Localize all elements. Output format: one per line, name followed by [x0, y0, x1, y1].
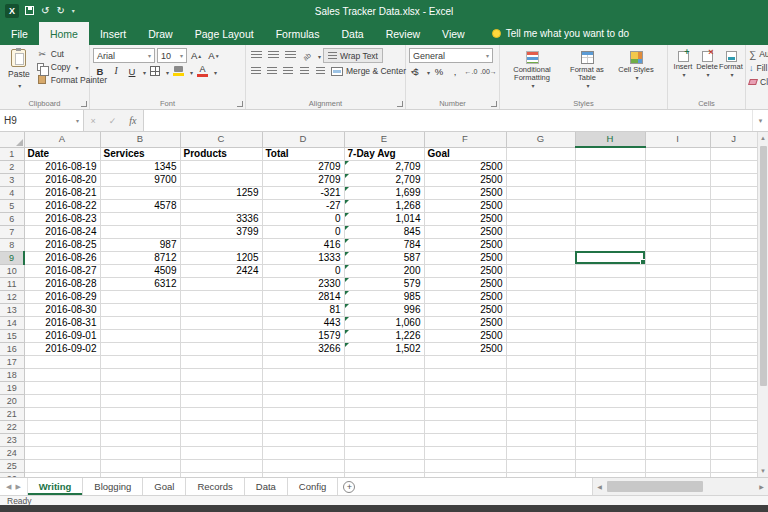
cell-E26[interactable] — [344, 472, 424, 477]
insert-cells-button[interactable]: Insert — [671, 47, 695, 97]
row-header-21[interactable]: 21 — [0, 407, 24, 420]
cell-A7[interactable]: 2016-08-24 — [24, 225, 100, 238]
cell-D4[interactable]: -321 — [262, 186, 344, 199]
horizontal-scroll-thumb[interactable] — [607, 481, 703, 492]
cell-A2[interactable]: 2016-08-19 — [24, 160, 100, 173]
cell-A13[interactable]: 2016-08-30 — [24, 303, 100, 316]
currency-format-button[interactable]: $ — [409, 64, 423, 78]
font-color-button[interactable]: A — [195, 64, 210, 78]
cell-H16[interactable] — [575, 342, 645, 355]
font-color-dropdown-icon[interactable] — [212, 66, 217, 77]
cell-G6[interactable] — [506, 212, 575, 225]
conditional-formatting-button[interactable]: Conditional Formatting — [503, 47, 561, 97]
row-header-20[interactable]: 20 — [0, 394, 24, 407]
cell-B6[interactable] — [100, 212, 180, 225]
cell-C21[interactable] — [180, 407, 262, 420]
cell-H24[interactable] — [575, 446, 645, 459]
cell-G15[interactable] — [506, 329, 575, 342]
tab-file[interactable]: File — [0, 22, 39, 45]
cell-H4[interactable] — [575, 186, 645, 199]
cell-D23[interactable] — [262, 433, 344, 446]
cell-I15[interactable] — [645, 329, 710, 342]
cell-E20[interactable] — [344, 394, 424, 407]
cell-J6[interactable] — [710, 212, 757, 225]
cell-J13[interactable] — [710, 303, 757, 316]
row-header-14[interactable]: 14 — [0, 316, 24, 329]
cell-F21[interactable] — [424, 407, 506, 420]
clipboard-dialog-launcher[interactable] — [81, 101, 87, 107]
tab-review[interactable]: Review — [375, 22, 431, 45]
save-button[interactable] — [25, 6, 34, 17]
cell-E19[interactable] — [344, 381, 424, 394]
cell-B10[interactable]: 4509 — [100, 264, 180, 277]
row-header-15[interactable]: 15 — [0, 329, 24, 342]
increase-font-size-button[interactable]: A — [189, 49, 204, 63]
cell-C9[interactable]: 1205 — [180, 251, 262, 264]
sheet-tab-writing[interactable]: Writing — [28, 478, 84, 495]
orientation-button[interactable] — [300, 49, 314, 63]
tab-home[interactable]: Home — [39, 22, 89, 45]
cell-A26[interactable] — [24, 472, 100, 477]
cell-J16[interactable] — [710, 342, 757, 355]
cell-I4[interactable] — [645, 186, 710, 199]
cell-D1[interactable]: Total — [262, 147, 344, 160]
cell-B20[interactable] — [100, 394, 180, 407]
cell-J24[interactable] — [710, 446, 757, 459]
cell-F23[interactable] — [424, 433, 506, 446]
cell-A23[interactable] — [24, 433, 100, 446]
cell-I1[interactable] — [645, 147, 710, 160]
cell-G2[interactable] — [506, 160, 575, 173]
scroll-up-icon[interactable]: ▲ — [760, 132, 766, 144]
row-header-2[interactable]: 2 — [0, 160, 24, 173]
confirm-entry-icon[interactable]: ✓ — [109, 116, 117, 126]
cell-C1[interactable]: Products — [180, 147, 262, 160]
cell-H21[interactable] — [575, 407, 645, 420]
underline-button[interactable]: U — [125, 64, 139, 78]
cell-F8[interactable]: 2500 — [424, 238, 506, 251]
horizontal-scrollbar[interactable]: ◀ ▶ — [592, 478, 768, 495]
sheet-tab-blogging[interactable]: Blogging — [83, 478, 143, 495]
increase-decimal-button[interactable] — [464, 64, 478, 78]
paste-dropdown-icon[interactable] — [16, 79, 21, 90]
column-header-C[interactable]: C — [180, 132, 262, 147]
cell-E2[interactable]: 2,709 — [344, 160, 424, 173]
format-cells-button[interactable]: Format — [719, 47, 743, 97]
fill-color-dropdown-icon[interactable] — [188, 66, 193, 77]
cell-A18[interactable] — [24, 368, 100, 381]
cell-D3[interactable]: 2709 — [262, 173, 344, 186]
cell-J14[interactable] — [710, 316, 757, 329]
cell-G19[interactable] — [506, 381, 575, 394]
cell-H17[interactable] — [575, 355, 645, 368]
cell-B21[interactable] — [100, 407, 180, 420]
name-box-dropdown-icon[interactable]: ▾ — [76, 117, 79, 124]
column-header-A[interactable]: A — [24, 132, 100, 147]
fill-button[interactable]: Fill — [749, 61, 768, 75]
cell-C2[interactable] — [180, 160, 262, 173]
redo-button[interactable]: ↻ — [56, 6, 64, 16]
sheet-tab-records[interactable]: Records — [186, 478, 244, 495]
cell-I25[interactable] — [645, 459, 710, 472]
sheet-tab-goal[interactable]: Goal — [143, 478, 186, 495]
cell-F7[interactable]: 2500 — [424, 225, 506, 238]
cell-A4[interactable]: 2016-08-21 — [24, 186, 100, 199]
align-left-button[interactable] — [249, 64, 263, 78]
cell-H20[interactable] — [575, 394, 645, 407]
cell-G7[interactable] — [506, 225, 575, 238]
tab-page-layout[interactable]: Page Layout — [184, 22, 265, 45]
cell-I7[interactable] — [645, 225, 710, 238]
row-header-17[interactable]: 17 — [0, 355, 24, 368]
cell-F1[interactable]: Goal — [424, 147, 506, 160]
cell-H7[interactable] — [575, 225, 645, 238]
cell-C5[interactable] — [180, 199, 262, 212]
cell-C12[interactable] — [180, 290, 262, 303]
format-as-table-button[interactable]: Format as Table — [561, 47, 613, 97]
cell-E16[interactable]: 1,502 — [344, 342, 424, 355]
cell-H5[interactable] — [575, 199, 645, 212]
cell-D22[interactable] — [262, 420, 344, 433]
number-format-combo[interactable]: General▾ — [409, 48, 493, 63]
cell-I19[interactable] — [645, 381, 710, 394]
cell-F3[interactable]: 2500 — [424, 173, 506, 186]
cell-J15[interactable] — [710, 329, 757, 342]
cell-C19[interactable] — [180, 381, 262, 394]
cell-E15[interactable]: 1,226 — [344, 329, 424, 342]
